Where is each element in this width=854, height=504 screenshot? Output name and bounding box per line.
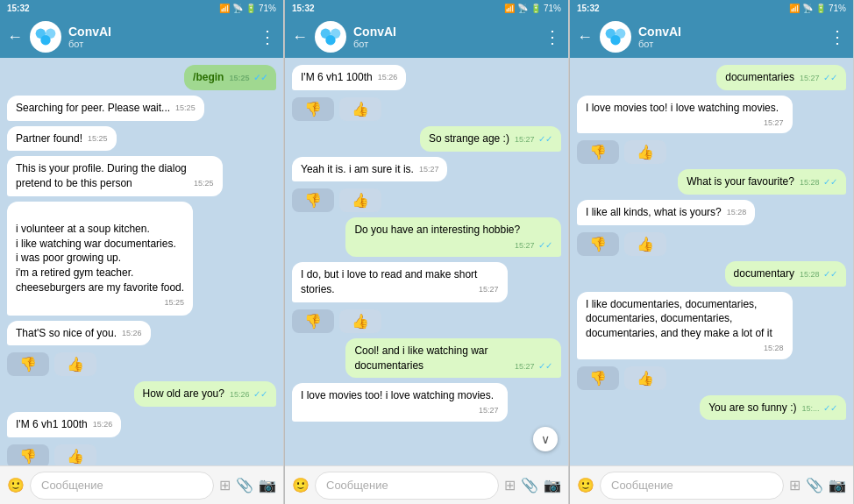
message-bubble: I do, but i love to read and make short … — [292, 262, 508, 302]
like-button[interactable]: 👍 — [339, 309, 381, 333]
menu-button-2[interactable]: ⋮ — [544, 26, 561, 47]
dislike-button[interactable]: 👎 — [292, 188, 334, 212]
message-input-3[interactable]: Сообщение — [600, 472, 784, 500]
header-2: ← ConvAI бот ⋮ — [285, 16, 568, 58]
msg-row: I like documentaries, documentaries, doc… — [577, 292, 846, 359]
panel-2: 15:32 📶 📡 🔋 71% ← ConvAI бот ⋮ I'M 6 vh1… — [285, 0, 569, 504]
message-input-1[interactable]: Сообщение — [30, 472, 214, 500]
sticker-icon[interactable]: ⊞ — [789, 477, 801, 493]
message-bubble: Yeah it is. i am sure it is. 15:27 — [292, 157, 447, 182]
msg-row: Partner found! 15:25 — [7, 126, 276, 152]
msg-row: I love movies too! i love watching movie… — [292, 383, 561, 421]
msg-row: This is your profile. During the dialog … — [7, 156, 276, 196]
message-bubble: i volunteer at a soup kitchen. i like wa… — [7, 202, 193, 316]
message-bubble: documentaries 15:27 ✓✓ — [716, 65, 846, 90]
avatar-1 — [30, 21, 61, 53]
msg-row: So strange age :) 15:27 ✓✓ — [292, 126, 561, 152]
msg-row: documentary 15:28 ✓✓ — [577, 261, 846, 287]
sticker-icon[interactable]: ⊞ — [504, 477, 516, 493]
like-button[interactable]: 👍 — [339, 188, 381, 212]
message-bubble: documentary 15:28 ✓✓ — [725, 261, 846, 287]
msg-row: I do, but i love to read and make short … — [292, 262, 561, 302]
like-button[interactable]: 👍 — [624, 366, 666, 390]
attach-icon[interactable]: 📎 — [236, 477, 253, 493]
back-button-2[interactable]: ← — [292, 28, 308, 46]
status-bar-3: 15:32 📶 📡 🔋 71% — [570, 0, 853, 16]
status-icons-1: 📶 📡 🔋 71% — [219, 4, 276, 13]
header-title-3: ConvAI — [638, 25, 822, 39]
header-3: ← ConvAI бот ⋮ — [570, 16, 853, 58]
dislike-button[interactable]: 👎 — [577, 140, 619, 164]
scroll-down-container: ∨ — [292, 427, 558, 451]
sticker-icon[interactable]: ⊞ — [219, 477, 231, 493]
svg-point-7 — [325, 35, 335, 45]
like-button[interactable]: 👍 — [54, 352, 96, 376]
reactions-row: 👎 👍 — [577, 366, 846, 390]
input-bar-3: 🙂 Сообщение ⊞ 📎 📷 — [570, 465, 853, 504]
header-subtitle-1: бот — [68, 39, 252, 49]
message-bubble: I love movies too! i love watching movie… — [292, 383, 508, 421]
emoji-icon[interactable]: 🙂 — [292, 477, 310, 493]
reactions-row: 👎 👍 — [292, 97, 561, 121]
message-input-2[interactable]: Сообщение — [315, 472, 499, 500]
avatar-2 — [315, 21, 346, 53]
msg-row: You are so funny :) 15:... ✓✓ — [577, 395, 846, 421]
header-1: ← ConvAI бот ⋮ — [0, 16, 283, 58]
like-button[interactable]: 👍 — [339, 97, 381, 121]
input-placeholder-1: Сообщение — [41, 479, 103, 492]
input-bar-2: 🙂 Сообщение ⊞ 📎 📷 — [285, 465, 568, 504]
header-subtitle-3: бот — [638, 39, 822, 49]
reactions-row: 👎 👍 — [7, 352, 276, 376]
message-bubble: You are so funny :) 15:... ✓✓ — [700, 395, 846, 421]
msg-row: documentaries 15:27 ✓✓ — [577, 65, 846, 90]
msg-row: I love movies too! i love watching movie… — [577, 96, 846, 133]
msg-row: Do you have an interesting hobbie? 15:27… — [292, 217, 561, 257]
message-bubble: What is your favourite? 15:28 ✓✓ — [678, 169, 846, 195]
msg-row: I'M 6 vh1 100th 15:26 — [7, 412, 276, 437]
svg-point-11 — [610, 35, 620, 45]
reactions-row: 👎 👍 — [292, 188, 561, 212]
header-title-1: ConvAI — [68, 25, 252, 39]
back-button-3[interactable]: ← — [577, 28, 593, 46]
message-bubble: Cool! and i like watching war documentar… — [345, 338, 561, 379]
dislike-button[interactable]: 👎 — [577, 366, 619, 390]
camera-icon[interactable]: 📷 — [544, 477, 561, 493]
menu-button-3[interactable]: ⋮ — [829, 26, 846, 47]
chat-area-2: I'M 6 vh1 100th 15:26 👎 👍 So strange age… — [285, 58, 568, 465]
message-bubble: I'M 6 vh1 100th 15:26 — [292, 65, 406, 90]
msg-row: Cool! and i like watching war documentar… — [292, 338, 561, 379]
msg-row: Yeah it is. i am sure it is. 15:27 — [292, 157, 561, 182]
attach-icon[interactable]: 📎 — [806, 477, 823, 493]
input-placeholder-3: Сообщение — [611, 479, 673, 492]
message-bubble: I like all kinds, what is yours? 15:28 — [577, 200, 755, 225]
back-button-1[interactable]: ← — [7, 28, 23, 46]
status-icons-3: 📶 📡 🔋 71% — [789, 4, 846, 13]
dislike-button[interactable]: 👎 — [7, 444, 49, 465]
like-button[interactable]: 👍 — [624, 140, 666, 164]
menu-button-1[interactable]: ⋮ — [259, 26, 276, 47]
dislike-button[interactable]: 👎 — [292, 97, 334, 121]
scroll-down-button[interactable]: ∨ — [533, 427, 558, 451]
msg-row: /begin 15:25 ✓✓ — [7, 65, 276, 90]
reactions-row: 👎 👍 — [7, 444, 276, 465]
message-bubble: I love movies too! i love watching movie… — [577, 96, 793, 133]
dislike-button[interactable]: 👎 — [577, 232, 619, 256]
chat-area-1: /begin 15:25 ✓✓ Searching for peer. Plea… — [0, 58, 283, 465]
camera-icon[interactable]: 📷 — [829, 477, 846, 493]
dislike-button[interactable]: 👎 — [7, 352, 49, 376]
like-button[interactable]: 👍 — [54, 444, 96, 465]
header-info-1: ConvAI бот — [68, 25, 252, 49]
panel-1: 15:32 📶 📡 🔋 71% ← ConvAI бот ⋮ /begin 15… — [0, 0, 284, 504]
message-bubble: I'M 6 vh1 100th 15:26 — [7, 412, 121, 437]
camera-icon[interactable]: 📷 — [259, 477, 276, 493]
chat-area-3: documentaries 15:27 ✓✓ I love movies too… — [570, 58, 853, 465]
dislike-button[interactable]: 👎 — [292, 309, 334, 333]
header-title-2: ConvAI — [353, 25, 537, 39]
status-time-3: 15:32 — [577, 4, 600, 13]
message-bubble: That'S so nice of you. 15:26 — [7, 321, 151, 346]
like-button[interactable]: 👍 — [624, 232, 666, 256]
attach-icon[interactable]: 📎 — [521, 477, 538, 493]
panel-3: 15:32 📶 📡 🔋 71% ← ConvAI бот ⋮ documenta… — [570, 0, 854, 504]
emoji-icon[interactable]: 🙂 — [7, 477, 25, 493]
emoji-icon[interactable]: 🙂 — [577, 477, 594, 493]
